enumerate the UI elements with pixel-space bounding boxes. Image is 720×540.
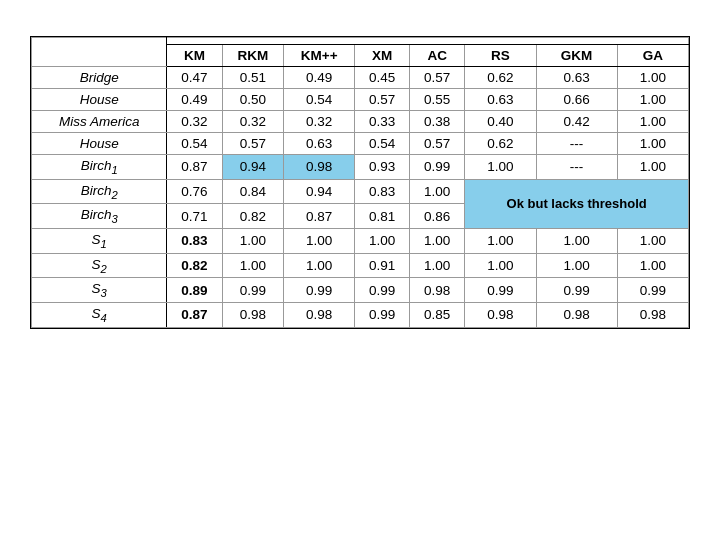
data-cell: 0.94 (284, 179, 355, 204)
data-cell: 0.85 (410, 303, 465, 328)
data-cell: 0.49 (167, 89, 222, 111)
data-cell: 0.51 (222, 67, 284, 89)
data-cell: 0.98 (284, 303, 355, 328)
dataset-cell: Bridge (32, 67, 167, 89)
table-row: House0.540.570.630.540.570.62---1.00 (32, 133, 689, 155)
col-rkm: RKM (222, 45, 284, 67)
dataset-cell: Birch3 (32, 204, 167, 229)
data-cell: 1.00 (465, 229, 536, 254)
data-cell: 0.82 (222, 204, 284, 229)
dataset-cell: Miss America (32, 111, 167, 133)
dataset-col-header (32, 38, 167, 67)
data-cell: 0.32 (284, 111, 355, 133)
data-cell: 1.00 (465, 253, 536, 278)
data-cell: 0.89 (167, 278, 222, 303)
table-row: House0.490.500.540.570.550.630.661.00 (32, 89, 689, 111)
table-row: S20.821.001.000.911.001.001.001.00 (32, 253, 689, 278)
data-cell: 0.62 (465, 67, 536, 89)
data-cell: 0.32 (167, 111, 222, 133)
table-row: S30.890.990.990.990.980.990.990.99 (32, 278, 689, 303)
data-cell: 1.00 (355, 229, 410, 254)
data-cell: --- (536, 155, 617, 180)
data-cell: 0.57 (410, 133, 465, 155)
data-cell: 0.83 (167, 229, 222, 254)
data-cell: 0.98 (284, 155, 355, 180)
data-cell: 0.57 (410, 67, 465, 89)
data-cell: 0.99 (222, 278, 284, 303)
data-cell: 1.00 (617, 253, 688, 278)
dataset-cell: S2 (32, 253, 167, 278)
data-cell: 0.99 (355, 278, 410, 303)
data-cell: 0.49 (284, 67, 355, 89)
data-cell: 1.00 (617, 111, 688, 133)
data-cell: 0.62 (465, 133, 536, 155)
data-cell: 1.00 (617, 133, 688, 155)
data-cell: 0.45 (355, 67, 410, 89)
data-cell: 0.94 (222, 155, 284, 180)
data-cell: 1.00 (536, 253, 617, 278)
data-cell: --- (536, 133, 617, 155)
data-cell: 0.54 (355, 133, 410, 155)
data-cell: 0.55 (410, 89, 465, 111)
data-cell: 0.50 (222, 89, 284, 111)
data-cell: 0.98 (536, 303, 617, 328)
col-gkm: GKM (536, 45, 617, 67)
data-cell: 0.57 (222, 133, 284, 155)
annotation-cell: Ok but lacks threshold (465, 179, 689, 228)
table-row: Miss America0.320.320.320.330.380.400.42… (32, 111, 689, 133)
data-cell: 0.98 (617, 303, 688, 328)
col-km: KM (167, 45, 222, 67)
table-row: Birch20.760.840.940.831.00Ok but lacks t… (32, 179, 689, 204)
data-cell: 0.87 (167, 303, 222, 328)
data-cell: 1.00 (617, 89, 688, 111)
data-cell: 0.99 (617, 278, 688, 303)
col-ga: GA (617, 45, 688, 67)
col-ac: AC (410, 45, 465, 67)
data-cell: 1.00 (617, 67, 688, 89)
data-cell: 1.00 (536, 229, 617, 254)
data-cell: 0.63 (465, 89, 536, 111)
data-cell: 1.00 (410, 229, 465, 254)
data-cell: 0.87 (284, 204, 355, 229)
data-cell: 0.63 (536, 67, 617, 89)
col-kmpp: KM++ (284, 45, 355, 67)
data-cell: 1.00 (410, 179, 465, 204)
data-cell: 0.54 (167, 133, 222, 155)
data-cell: 0.98 (465, 303, 536, 328)
table-row: Bridge0.470.510.490.450.570.620.631.00 (32, 67, 689, 89)
dataset-cell: House (32, 89, 167, 111)
data-cell: 1.00 (617, 229, 688, 254)
col-rs: RS (465, 45, 536, 67)
data-cell: 0.83 (355, 179, 410, 204)
data-cell: 0.54 (284, 89, 355, 111)
main-table-container: KM RKM KM++ XM AC RS GKM GA Bridge0.470.… (30, 36, 690, 329)
data-cell: 1.00 (465, 155, 536, 180)
data-cell: 0.81 (355, 204, 410, 229)
data-cell: 0.76 (167, 179, 222, 204)
dataset-cell: S3 (32, 278, 167, 303)
data-cell: 0.99 (284, 278, 355, 303)
data-cell: 1.00 (617, 155, 688, 180)
col-xm: XM (355, 45, 410, 67)
table-row: Birch10.870.940.980.930.991.00---1.00 (32, 155, 689, 180)
data-cell: 0.99 (410, 155, 465, 180)
table-row: S40.870.980.980.990.850.980.980.98 (32, 303, 689, 328)
data-cell: 0.99 (355, 303, 410, 328)
data-cell: 0.98 (222, 303, 284, 328)
dataset-cell: S1 (32, 229, 167, 254)
data-cell: 0.93 (355, 155, 410, 180)
data-cell: 0.91 (355, 253, 410, 278)
dataset-cell: Birch1 (32, 155, 167, 180)
data-cell: 0.40 (465, 111, 536, 133)
data-cell: 0.71 (167, 204, 222, 229)
data-cell: 1.00 (284, 253, 355, 278)
data-cell: 0.57 (355, 89, 410, 111)
data-cell: 0.33 (355, 111, 410, 133)
csi-table: KM RKM KM++ XM AC RS GKM GA Bridge0.470.… (31, 37, 689, 328)
table-row: S10.831.001.001.001.001.001.001.00 (32, 229, 689, 254)
data-cell: 0.99 (465, 278, 536, 303)
data-cell: 0.42 (536, 111, 617, 133)
data-cell: 1.00 (222, 229, 284, 254)
data-cell: 1.00 (284, 229, 355, 254)
dataset-cell: S4 (32, 303, 167, 328)
